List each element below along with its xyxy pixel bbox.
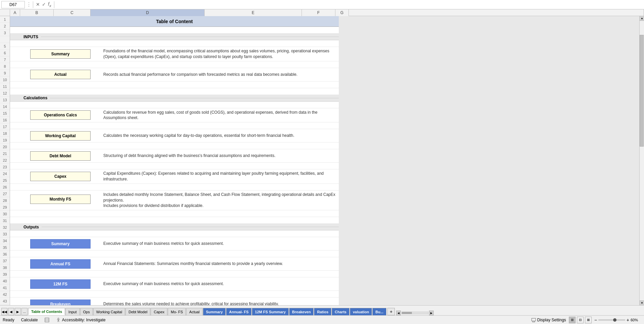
cell-reference-box[interactable]: D67: [1, 1, 25, 8]
row-numbers: 1 2 3 5 6 7 8 9 10 11 12 13 14 15 16 17 …: [0, 16, 10, 305]
col-header-g[interactable]: G: [335, 9, 349, 16]
tab-nav-last[interactable]: ...: [21, 308, 28, 315]
status-sheet-icon: [45, 318, 49, 322]
empty-row-2: [10, 27, 339, 34]
ops-calcs-desc: Calculations for revenue from egg sales,…: [101, 108, 339, 122]
empty-row-7: [10, 61, 339, 68]
tab-debt-model[interactable]: Debt Model: [125, 308, 150, 315]
tab-bu[interactable]: Bu...: [372, 308, 386, 315]
confirm-icon[interactable]: ✓: [42, 2, 46, 7]
zoom-slider[interactable]: [598, 319, 625, 321]
tab-input[interactable]: Input: [65, 308, 79, 315]
accessibility-icon: [56, 318, 61, 322]
col-header-e[interactable]: E: [205, 9, 302, 16]
zoom-out-icon[interactable]: −: [594, 317, 597, 323]
working-capital-button[interactable]: Working Capital: [30, 131, 91, 141]
table-of-content-title: Table of Content: [10, 16, 339, 27]
output-summary-desc: Executive summary of main business metri…: [101, 239, 339, 248]
inputs-summary-desc: Foundations of the financial model, enco…: [101, 47, 339, 61]
tab-mo-fs[interactable]: Mo- FS: [168, 308, 186, 315]
summary-input-button[interactable]: Summary: [30, 49, 91, 59]
tab-actual[interactable]: Actual: [186, 308, 203, 315]
formula-bar-separator: ⋮: [26, 1, 32, 8]
actual-input-button[interactable]: Actual: [30, 70, 91, 79]
empty-row-34: [10, 271, 339, 277]
col-header-b[interactable]: B: [20, 9, 54, 16]
col-header-f[interactable]: F: [302, 9, 335, 16]
capex-button[interactable]: Capex: [30, 172, 91, 181]
tab-12m-fs-summary[interactable]: 12M FS Summary: [252, 308, 289, 315]
tab-summary[interactable]: Summary: [203, 308, 226, 315]
sheet-tabs: ◀◀ ◀ ▶ ... Table of Contents Input Ops W…: [0, 305, 644, 315]
formula-bar: D67 ⋮ ✕ ✓ fx: [0, 0, 644, 9]
annual-fs-button[interactable]: Annual FS: [30, 259, 91, 269]
tab-nav-next[interactable]: ▶: [15, 308, 21, 315]
tab-breakeven[interactable]: Breakeven: [289, 308, 314, 315]
12m-fs-button[interactable]: 12M FS: [30, 279, 91, 289]
ops-calcs-button[interactable]: Operations Calcs: [30, 110, 91, 120]
tab-valuation[interactable]: valuation: [350, 308, 372, 315]
zoom-in-icon[interactable]: +: [627, 317, 629, 323]
tab-ratios[interactable]: Ratios: [314, 308, 331, 315]
tab-add-button[interactable]: +: [387, 308, 395, 315]
function-icon[interactable]: fx: [48, 1, 51, 8]
inputs-label: INPUTS: [23, 35, 38, 39]
debt-model-btn-col: Debt Model: [20, 150, 101, 162]
column-headers: A B C D E F G: [0, 9, 644, 16]
ops-calcs-row: Operations Calcs Calculations for revenu…: [10, 108, 339, 123]
ops-calcs-btn-col: Operations Calcs: [20, 109, 101, 121]
formula-input[interactable]: [56, 1, 643, 8]
svg-rect-0: [45, 318, 49, 322]
hscroll-left[interactable]: ◀: [396, 311, 401, 315]
display-settings-icon: [531, 318, 536, 322]
page-layout-icon[interactable]: ⊟: [577, 317, 584, 323]
inputs-summary-btn-col: Summary: [20, 48, 101, 60]
tab-table-of-contents[interactable]: Table of Contents: [28, 308, 65, 315]
right-scrollbar[interactable]: ▲ ▼: [639, 16, 644, 305]
scroll-thumb[interactable]: [640, 35, 644, 147]
display-settings-text: Display Settings: [537, 318, 566, 322]
accessibility-status[interactable]: Accessibility: Investigate: [56, 318, 106, 322]
svg-line-4: [58, 320, 58, 322]
svg-line-5: [58, 320, 59, 322]
tab-charts[interactable]: Charts: [332, 308, 350, 315]
empty-row-26: [10, 210, 339, 217]
tab-working-capital[interactable]: Working Capital: [93, 308, 125, 315]
empty-row-37: [10, 291, 339, 298]
col-header-a[interactable]: A: [10, 9, 20, 16]
12m-fs-btn-col: 12M FS: [20, 278, 101, 290]
status-calculate[interactable]: Calculate: [21, 318, 38, 322]
tab-nav-prev[interactable]: ◀: [8, 308, 14, 315]
monthly-fs-desc: Includes detailed monthly Income Stateme…: [101, 191, 339, 210]
outputs-label: Outputs: [23, 225, 39, 229]
monthly-fs-button[interactable]: Monthly FS: [30, 195, 91, 204]
zoom-level: 60%: [631, 318, 641, 322]
status-right: Display Settings ⊞ ⊟ ⊠ − + 60%: [531, 317, 641, 323]
hscroll-thumb[interactable]: [402, 312, 412, 314]
display-settings[interactable]: Display Settings: [531, 318, 566, 322]
annual-fs-btn-col: Annual FS: [20, 258, 101, 270]
col-header-d[interactable]: D: [91, 9, 205, 16]
tab-ops[interactable]: Ops: [80, 308, 93, 315]
scroll-down-btn[interactable]: ▼: [640, 301, 644, 305]
capex-btn-col: Capex: [20, 170, 101, 182]
hscroll-right[interactable]: ▶: [429, 311, 434, 315]
scroll-up-btn[interactable]: ▲: [640, 16, 644, 21]
summary-output-button[interactable]: Summary: [30, 239, 91, 249]
breakeven-button[interactable]: Breakeven: [30, 300, 91, 305]
empty-row-20: [10, 163, 339, 169]
page-break-icon[interactable]: ⊠: [585, 317, 592, 323]
col-header-c[interactable]: C: [54, 9, 91, 16]
zoom-slider-thumb: [613, 318, 616, 322]
sheet-scroll: 1 2 3 5 6 7 8 9 10 11 12 13 14 15 16 17 …: [0, 16, 639, 305]
tab-capex[interactable]: Capex: [151, 308, 167, 315]
tab-annual-fs[interactable]: Annual- FS: [226, 308, 252, 315]
debt-model-button[interactable]: Debt Model: [30, 151, 91, 161]
zoom-controls: − + 60%: [594, 317, 641, 323]
cancel-icon[interactable]: ✕: [36, 2, 40, 7]
sheet-main: Table of Content INPUTS Sum: [10, 16, 339, 305]
view-icons: ⊞ ⊟ ⊠: [569, 317, 592, 323]
tab-nav-first[interactable]: ◀◀: [1, 308, 7, 315]
working-capital-desc: Calculates the necessary working capital…: [101, 131, 339, 140]
normal-view-icon[interactable]: ⊞: [569, 317, 576, 323]
